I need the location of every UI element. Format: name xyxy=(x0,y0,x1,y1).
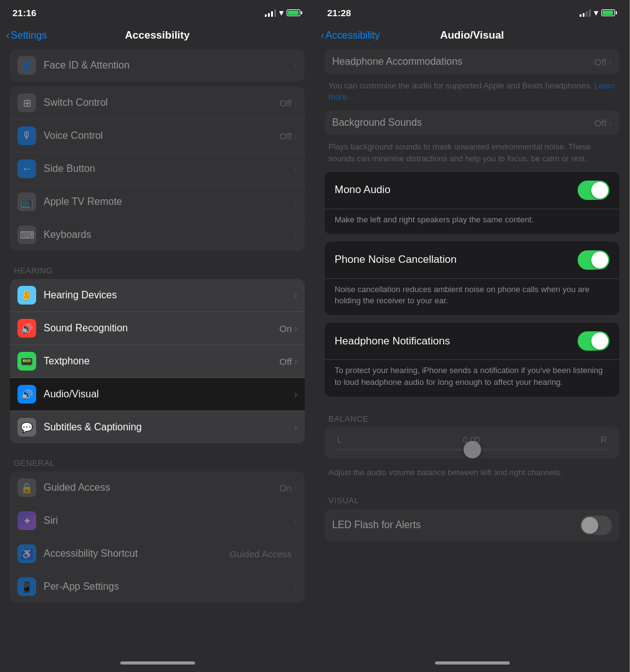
audio-visual-row[interactable]: 🔊 Audio/Visual › xyxy=(10,378,305,411)
textphone-label: Textphone xyxy=(44,356,90,366)
textphone-chevron: › xyxy=(294,356,297,366)
voice-control-value: Off xyxy=(280,131,292,141)
subtitles-captioning-right: › xyxy=(294,422,297,432)
right-signal-bar-4 xyxy=(589,9,591,17)
accessibility-shortcut-icon: ♿ xyxy=(17,544,36,563)
phone-noise-cancellation-label: Phone Noise Cancellation xyxy=(335,253,578,266)
led-flash-toggle[interactable] xyxy=(580,516,612,535)
signal-icon xyxy=(265,9,276,17)
side-button-icon: ← xyxy=(17,159,36,178)
mono-audio-toggle[interactable] xyxy=(578,181,609,200)
audio-visual-label: Audio/Visual xyxy=(44,389,99,399)
right-battery-body xyxy=(601,9,615,16)
battery-fill xyxy=(288,11,298,15)
accessibility-shortcut-row[interactable]: ♿ Accessibility Shortcut Guided Access › xyxy=(10,537,305,570)
right-nav-title: Audio/Visual xyxy=(440,29,504,42)
guided-access-label: Guided Access xyxy=(44,482,110,493)
side-button-row[interactable]: ← Side Button › xyxy=(10,153,305,186)
left-panel: 21:16 ▾ ‹ Settings Accessibility xyxy=(0,0,315,672)
textphone-content: Textphone xyxy=(44,356,280,367)
right-home-indicator xyxy=(315,656,629,672)
switch-control-row[interactable]: ⊞ Switch Control Off › xyxy=(10,87,305,120)
battery-tip xyxy=(301,11,302,14)
siri-label: Siri xyxy=(44,515,58,526)
guided-access-icon: 🔒 xyxy=(17,478,36,497)
mono-audio-description: Make the left and right speakers play th… xyxy=(325,209,619,234)
sound-recognition-chevron: › xyxy=(294,323,297,333)
phone-noise-cancellation-toggle-thumb xyxy=(591,252,608,268)
guided-access-row[interactable]: 🔒 Guided Access On › xyxy=(10,471,305,504)
side-button-label: Side Button xyxy=(44,163,95,174)
keyboards-row[interactable]: ⌨ Keyboards › xyxy=(10,219,305,251)
right-status-bar: 21:28 ▾ xyxy=(315,0,629,22)
subtitles-captioning-row[interactable]: 💬 Subtitles & Captioning › xyxy=(10,411,305,443)
hearing-devices-row[interactable]: 👂 Hearing Devices › xyxy=(10,279,305,312)
subtitles-captioning-label: Subtitles & Captioning xyxy=(44,422,141,432)
keyboards-content: Keyboards xyxy=(44,229,294,240)
hearing-devices-chevron: › xyxy=(294,290,297,300)
keyboards-icon: ⌨ xyxy=(17,225,36,244)
led-flash-row[interactable]: LED Flash for Alerts xyxy=(325,509,619,542)
background-sounds-content: Background Sounds xyxy=(332,117,594,128)
face-id-label: Face ID & Attention xyxy=(44,60,130,70)
left-back-button[interactable]: ‹ Settings xyxy=(6,30,47,41)
balance-description: Adjust the audio volume balance between … xyxy=(325,463,619,486)
balance-slider-thumb[interactable] xyxy=(464,441,481,458)
mono-audio-toggle-thumb xyxy=(591,182,608,199)
side-button-right: › xyxy=(294,164,297,174)
led-flash-content: LED Flash for Alerts xyxy=(332,519,580,531)
right-back-button[interactable]: ‹ Accessibility xyxy=(321,30,379,41)
headphone-accommodations-group: Headphone Accommodations Off › xyxy=(325,49,619,74)
guided-access-value: On xyxy=(279,483,292,493)
left-back-chevron: ‹ xyxy=(6,30,9,41)
apple-tv-remote-row[interactable]: 📺 Apple TV Remote › xyxy=(10,186,305,219)
textphone-row[interactable]: 📟 Textphone Off › xyxy=(10,345,305,378)
siri-row[interactable]: ✦ Siri › xyxy=(10,504,305,537)
background-sounds-value: Off xyxy=(594,118,607,128)
switch-control-label: Switch Control xyxy=(44,97,108,108)
side-button-content: Side Button xyxy=(44,163,294,174)
mono-audio-label: Mono Audio xyxy=(335,184,578,196)
background-sounds-group: Background Sounds Off › xyxy=(325,110,619,135)
phone-noise-cancellation-row: Phone Noise Cancellation xyxy=(325,242,619,279)
siri-content: Siri xyxy=(44,515,294,526)
switch-control-icon: ⊞ xyxy=(17,93,36,112)
phone-noise-cancellation-toggle[interactable] xyxy=(578,250,609,270)
balance-left-label: L xyxy=(337,435,342,445)
headphone-accommodations-row[interactable]: Headphone Accommodations Off › xyxy=(325,49,619,74)
general-settings-group: 🔒 Guided Access On › ✦ Siri › ♿ xyxy=(10,471,305,603)
sound-recognition-row[interactable]: 🔊 Sound Recognition On › xyxy=(10,312,305,345)
signal-bar-4 xyxy=(274,9,276,17)
right-settings-scroll: Headphone Accommodations Off › You can c… xyxy=(315,49,629,656)
voice-control-row[interactable]: 🎙 Voice Control Off › xyxy=(10,120,305,153)
right-panel: 21:28 ▾ ‹ Accessibility Audio/Visual xyxy=(315,0,629,672)
face-id-row[interactable]: 👤 Face ID & Attention › xyxy=(10,49,305,82)
right-time: 21:28 xyxy=(327,7,351,18)
right-status-icons: ▾ xyxy=(580,8,617,17)
per-app-settings-row[interactable]: 📱 Per-App Settings › xyxy=(10,570,305,603)
right-battery-tip xyxy=(616,11,617,14)
voice-control-icon: 🎙 xyxy=(17,126,36,145)
guided-access-right: On › xyxy=(279,483,297,493)
headphone-accommodations-content: Headphone Accommodations xyxy=(332,56,594,67)
balance-right-label: R xyxy=(601,435,607,445)
headphone-accommodations-right: Off › xyxy=(594,57,612,67)
headphone-notifications-label: Headphone Notifications xyxy=(335,335,578,348)
accessibility-shortcut-chevron: › xyxy=(294,549,297,559)
sound-recognition-label: Sound Recognition xyxy=(44,323,128,333)
accessibility-shortcut-content: Accessibility Shortcut xyxy=(44,548,229,559)
background-sounds-row[interactable]: Background Sounds Off › xyxy=(325,110,619,135)
subtitles-captioning-chevron: › xyxy=(294,422,297,432)
audio-visual-chevron: › xyxy=(294,389,297,399)
headphone-notifications-toggle[interactable] xyxy=(578,331,609,351)
voice-control-content: Voice Control xyxy=(44,130,280,141)
hearing-devices-label: Hearing Devices xyxy=(44,290,117,300)
sound-recognition-value: On xyxy=(279,323,292,334)
left-nav-bar: ‹ Settings Accessibility xyxy=(0,22,315,49)
balance-slider-track[interactable] xyxy=(336,448,608,451)
keyboards-chevron: › xyxy=(294,230,297,240)
face-id-chevron: › xyxy=(294,60,297,70)
accessibility-shortcut-label: Accessibility Shortcut xyxy=(44,548,138,559)
subtitles-captioning-content: Subtitles & Captioning xyxy=(44,422,294,433)
visual-settings-group: LED Flash for Alerts xyxy=(325,509,619,542)
